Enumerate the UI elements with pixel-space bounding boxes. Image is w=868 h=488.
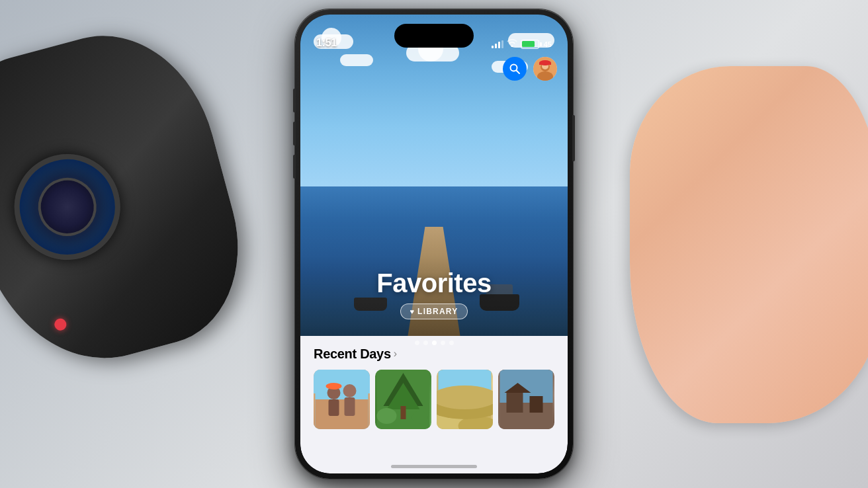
thumbnail-4-image bbox=[498, 370, 554, 429]
hand-object bbox=[630, 66, 868, 423]
svg-rect-13 bbox=[345, 397, 355, 416]
thumbnail-4[interactable] bbox=[498, 370, 554, 429]
thumbnail-1-content bbox=[314, 370, 370, 429]
library-label: LIBRARY bbox=[417, 307, 458, 316]
search-button[interactable] bbox=[503, 57, 527, 81]
svg-line-1 bbox=[517, 71, 520, 74]
library-heart-icon: ♥ bbox=[410, 307, 415, 315]
svg-rect-9 bbox=[316, 399, 369, 429]
recent-days-header[interactable]: Recent Days › bbox=[314, 346, 554, 362]
svg-rect-31 bbox=[530, 396, 543, 413]
thumbnail-3-image bbox=[437, 370, 493, 429]
svg-point-12 bbox=[343, 384, 357, 397]
photo-overlay: Favorites ♥ LIBRARY bbox=[300, 268, 568, 319]
wifi-icon bbox=[507, 39, 517, 49]
page-dot-4 bbox=[441, 341, 445, 345]
home-indicator bbox=[391, 465, 477, 468]
thumbnail-1-image bbox=[314, 370, 370, 429]
thumbnail-2[interactable] bbox=[375, 370, 431, 429]
thumbnail-2-image bbox=[375, 370, 431, 429]
svg-point-19 bbox=[377, 408, 397, 424]
avatar-button[interactable] bbox=[533, 57, 557, 81]
svg-point-26 bbox=[437, 386, 493, 409]
favorites-title: Favorites bbox=[300, 268, 568, 298]
dynamic-island bbox=[394, 24, 474, 48]
battery-icon bbox=[521, 40, 539, 49]
camera-lens bbox=[3, 142, 132, 272]
svg-point-14 bbox=[326, 383, 342, 389]
battery-fill bbox=[522, 41, 534, 47]
phone: Favorites ♥ LIBRARY 1:51 bbox=[295, 9, 573, 479]
search-icon bbox=[509, 63, 521, 75]
svg-point-20 bbox=[412, 411, 428, 424]
thumbnail-1[interactable] bbox=[314, 370, 370, 429]
bottom-panel: Recent Days › bbox=[300, 336, 568, 473]
page-dot-5 bbox=[449, 341, 454, 345]
library-badge: ♥ LIBRARY bbox=[400, 304, 468, 319]
recent-days-title: Recent Days bbox=[314, 346, 391, 362]
svg-rect-30 bbox=[507, 393, 523, 413]
status-icons: 45 bbox=[492, 39, 552, 49]
chevron-right-icon: › bbox=[394, 348, 397, 360]
thumbnail-3[interactable] bbox=[437, 370, 493, 429]
svg-rect-11 bbox=[329, 399, 339, 416]
avatar-icon bbox=[533, 57, 557, 81]
battery-percent: 45 bbox=[544, 40, 552, 48]
page-dots bbox=[300, 341, 568, 345]
page-dot-3 bbox=[432, 341, 437, 345]
thumbnails-row bbox=[314, 370, 554, 429]
top-actions bbox=[503, 57, 557, 81]
page-dot-1 bbox=[415, 341, 419, 345]
cloud-4 bbox=[340, 54, 373, 66]
camera-red-dot bbox=[53, 317, 67, 332]
status-time: 1:51 bbox=[316, 37, 337, 49]
signal-icon bbox=[492, 40, 503, 48]
phone-screen: Favorites ♥ LIBRARY 1:51 bbox=[300, 15, 568, 473]
svg-rect-18 bbox=[401, 406, 406, 419]
page-dot-2 bbox=[423, 341, 428, 345]
svg-rect-7 bbox=[539, 63, 551, 65]
